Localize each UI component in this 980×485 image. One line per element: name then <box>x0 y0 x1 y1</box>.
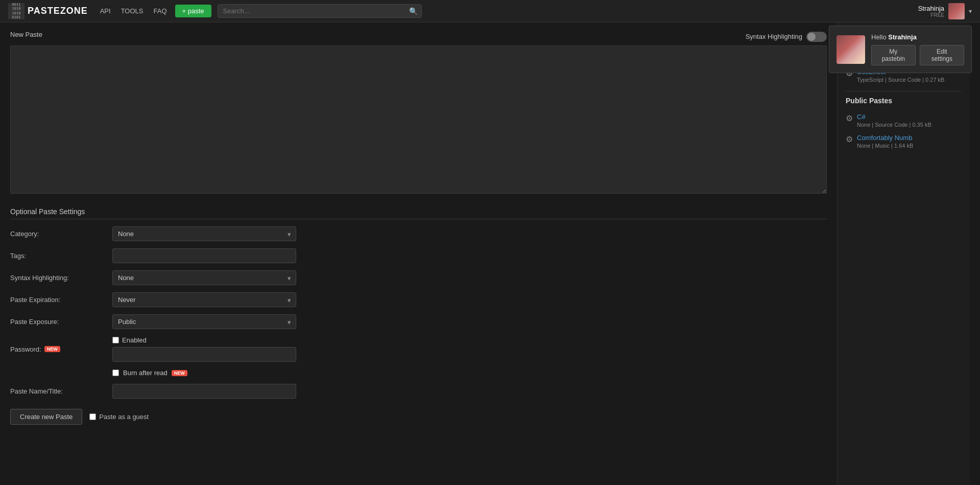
submit-area: Create new Paste Paste as a guest <box>10 409 827 425</box>
popup-avatar <box>836 35 865 64</box>
paste-as-guest-checkbox[interactable] <box>89 413 96 420</box>
exposure-label: Paste Exposure: <box>10 318 112 326</box>
toggle-knob <box>807 33 816 41</box>
tags-label: Tags: <box>10 252 112 260</box>
tags-input[interactable] <box>112 248 296 263</box>
paste-btn-label: + paste <box>182 7 204 15</box>
list-item[interactable]: ⚙ C# None | Source Code | 0.35 kB <box>846 110 962 131</box>
user-avatar-icon <box>948 3 965 19</box>
user-dropdown-chevron[interactable]: ▾ <box>969 8 972 15</box>
expiration-wrap: Never <box>112 292 296 307</box>
password-label-wrap: Password: NEW <box>10 345 112 353</box>
nav-links: API TOOLS FAQ <box>100 7 167 15</box>
syntax-toggle-label: Syntax Highlighting <box>746 33 802 40</box>
paste-item-info: Comfortably Numb None | Music | 1.64 kB <box>857 134 962 149</box>
popup-username: Strahinja <box>888 33 917 41</box>
exposure-select[interactable]: Public <box>112 314 296 329</box>
syntax-wrap: None <box>112 270 296 285</box>
user-badge: FREE <box>918 12 944 18</box>
navbar: 0011101010100101 PASTEZONE API TOOLS FAQ… <box>0 0 980 22</box>
optional-settings: Optional Paste Settings Category: None T… <box>10 207 827 425</box>
search-input[interactable] <box>218 4 422 18</box>
paste-meta-comfortably-numb: None | Music | 1.64 kB <box>857 143 962 149</box>
popup-buttons: My pastebin Edit settings <box>871 45 964 65</box>
paste-name-comfortably-numb[interactable]: Comfortably Numb <box>857 134 912 142</box>
password-enabled-label: Enabled <box>122 336 147 344</box>
expiration-label: Paste Expiration: <box>10 296 112 304</box>
burn-label: Burn after read <box>123 369 168 377</box>
password-input[interactable] <box>112 347 296 362</box>
nav-link-api[interactable]: API <box>100 7 111 15</box>
nav-link-faq[interactable]: FAQ <box>154 7 167 15</box>
settings-grid: Category: None Tags: Syntax Highlighting… <box>10 226 827 399</box>
category-wrap: None <box>112 226 296 241</box>
popup-greeting-text: Hello <box>871 33 887 41</box>
syntax-label: Syntax Highlighting: <box>10 274 112 282</box>
burn-new-badge: NEW <box>172 370 187 376</box>
password-enabled-row: Enabled <box>112 336 306 344</box>
sidebar: My Pastes ⚙ TypeScript None | Source Cod… <box>837 22 970 485</box>
paste-editor[interactable] <box>10 45 827 194</box>
edit-settings-button[interactable]: Edit settings <box>920 45 964 65</box>
paste-meta-useeffect: TypeScript | Source Code | 0.27 kB <box>857 77 962 83</box>
password-new-badge: NEW <box>44 346 60 352</box>
paste-icon-csharp: ⚙ <box>846 113 853 123</box>
content-area: New Paste Syntax Highlighting Optional P… <box>0 22 837 485</box>
logo-area: 0011101010100101 PASTEZONE <box>8 3 88 19</box>
category-select[interactable]: None <box>112 226 296 241</box>
guest-row: Paste as a guest <box>89 413 149 421</box>
burn-checkbox[interactable] <box>112 369 119 376</box>
editor-header: New Paste Syntax Highlighting <box>10 31 827 42</box>
burn-row: Burn after read NEW <box>112 369 306 377</box>
sidebar-divider <box>846 91 962 91</box>
optional-settings-title: Optional Paste Settings <box>10 207 827 219</box>
paste-as-guest-label: Paste as a guest <box>99 413 149 421</box>
nav-link-tools[interactable]: TOOLS <box>121 7 144 15</box>
main-layout: New Paste Syntax Highlighting Optional P… <box>0 22 980 485</box>
category-label: Category: <box>10 230 112 238</box>
paste-meta-csharp: None | Source Code | 0.35 kB <box>857 122 962 128</box>
paste-item-info: C# None | Source Code | 0.35 kB <box>857 113 962 128</box>
paste-name-input[interactable] <box>112 384 296 399</box>
user-area[interactable]: Strahinja FREE ▾ <box>918 3 972 19</box>
user-name: Strahinja <box>918 5 944 12</box>
expiration-select[interactable]: Never <box>112 292 296 307</box>
logo-text: PASTEZONE <box>28 6 88 16</box>
create-paste-button[interactable]: Create new Paste <box>10 409 82 425</box>
syntax-select[interactable]: None <box>112 270 296 285</box>
user-popup: Hello Strahinja My pastebin Edit setting… <box>829 26 972 73</box>
syntax-toggle-area: Syntax Highlighting <box>746 32 827 42</box>
paste-name-csharp[interactable]: C# <box>857 113 866 121</box>
exposure-wrap: Public <box>112 314 296 329</box>
popup-greeting: Hello Strahinja <box>871 33 964 41</box>
paste-icon-comfortably-numb: ⚙ <box>846 134 853 144</box>
list-item[interactable]: ⚙ Comfortably Numb None | Music | 1.64 k… <box>846 131 962 152</box>
new-paste-button[interactable]: + paste <box>175 5 211 17</box>
search-area: 🔍 <box>218 4 422 18</box>
search-icon: 🔍 <box>409 7 418 15</box>
password-enabled-checkbox[interactable] <box>112 337 119 343</box>
password-section: Enabled <box>112 336 306 362</box>
syntax-toggle[interactable] <box>806 32 827 42</box>
public-pastes-title: Public Pastes <box>846 97 962 105</box>
paste-name-label: Paste Name/Title: <box>10 387 112 395</box>
logo-icon: 0011101010100101 <box>8 3 25 19</box>
my-pastebin-button[interactable]: My pastebin <box>871 45 916 65</box>
password-label: Password: <box>10 345 41 353</box>
new-paste-label: New Paste <box>10 31 42 38</box>
popup-info: Hello Strahinja My pastebin Edit setting… <box>871 33 964 65</box>
